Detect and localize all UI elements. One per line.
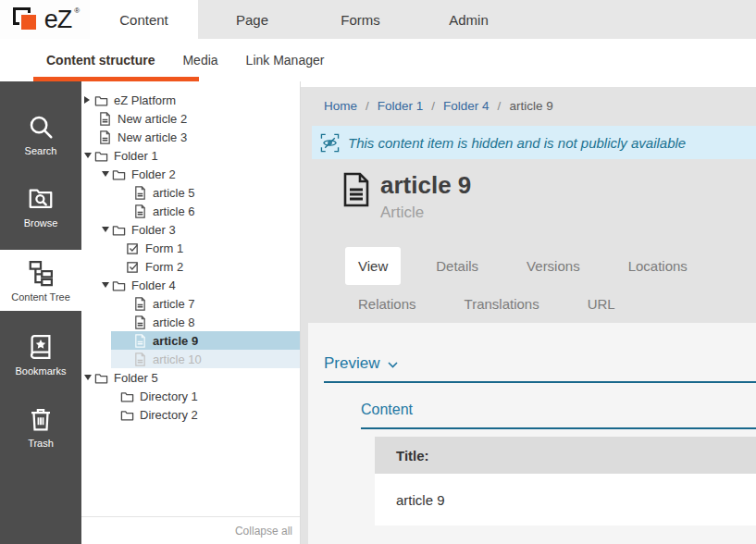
article-icon <box>98 112 112 126</box>
preview-label: Preview <box>324 354 379 373</box>
tree-item-form-1[interactable]: Form 1 <box>81 239 300 257</box>
main-content: Home / Folder 1 / Folder 4 / article 9 T… <box>301 81 756 544</box>
ez-logo-text: eZ <box>44 6 72 34</box>
sidebar-item-browse[interactable]: Browse <box>0 178 81 235</box>
trash-icon <box>27 405 55 433</box>
tree-item-ez-platform[interactable]: eZ Platform <box>81 91 300 109</box>
breadcrumb-item[interactable]: Folder 1 <box>378 99 424 113</box>
bookmarks-icon <box>27 333 55 361</box>
tree-item-new-article-3[interactable]: New article 3 <box>81 128 300 146</box>
tree-item-form-2[interactable]: Form 2 <box>81 257 300 276</box>
tree-item-article-5[interactable]: article 5 <box>81 183 300 202</box>
content-tree: eZ Platform New article 2 New article 3 … <box>81 91 300 424</box>
tab-label: Details <box>436 258 478 274</box>
field-title-value: article 9 <box>375 474 756 525</box>
tab-details[interactable]: Details <box>423 247 491 285</box>
expander-icon[interactable] <box>102 171 112 177</box>
folder-icon <box>120 389 134 403</box>
tab-relations[interactable]: Relations <box>345 285 429 323</box>
breadcrumb-item-wrap-folder-4: / Folder 4 <box>423 99 489 113</box>
sidebar-item-content-tree[interactable]: Content Tree <box>0 250 81 311</box>
registered-mark: ® <box>74 6 80 15</box>
breadcrumb-item-wrap-folder-1: / Folder 1 <box>357 99 423 113</box>
tree-item-article-10[interactable]: article 10 <box>111 350 300 368</box>
tree-item-label: Folder 3 <box>131 223 176 237</box>
top-tab-page[interactable]: Page <box>198 0 306 39</box>
tree-item-folder-5[interactable]: Folder 5 <box>81 368 300 387</box>
tree-item-folder-1[interactable]: Folder 1 <box>81 146 300 165</box>
expander-icon[interactable] <box>102 227 112 232</box>
top-tab-admin[interactable]: Admin <box>415 0 523 39</box>
tree-item-folder-2[interactable]: Folder 2 <box>81 165 300 183</box>
field-title-header: Title: <box>375 437 756 474</box>
tree-item-article-6[interactable]: article 6 <box>81 202 300 220</box>
folder-icon <box>94 149 108 163</box>
breadcrumb-separator: / <box>498 99 502 113</box>
field-value-text: article 9 <box>396 492 445 508</box>
page-title: article 9 <box>380 171 471 199</box>
tab-locations[interactable]: Locations <box>615 247 700 285</box>
tab-label: View <box>358 258 388 274</box>
breadcrumb-item-wrap-home: Home <box>324 99 357 113</box>
top-tabs: Content Page Forms Admin <box>90 0 523 39</box>
sidebar-item-search[interactable]: Search <box>0 105 81 163</box>
tab-translations[interactable]: Translations <box>452 285 552 323</box>
article-icon <box>98 130 112 144</box>
tree-item-label: Form 1 <box>145 241 183 255</box>
tab-url[interactable]: URL <box>575 285 628 323</box>
article-icon <box>133 297 147 311</box>
breadcrumb-separator: / <box>431 99 435 113</box>
sidebar-item-bookmarks[interactable]: Bookmarks <box>0 326 81 383</box>
breadcrumb-item-wrap-article-9: / article 9 <box>490 99 553 113</box>
content-tabs: View Details Versions Locations Relation… <box>301 247 736 323</box>
folder-icon <box>112 278 126 292</box>
view-panel: Preview Content Title: article 9 <box>308 323 756 544</box>
ez-logo-icon <box>11 5 43 34</box>
subnav-item-label: Link Manager <box>246 53 325 68</box>
browse-icon <box>27 185 55 213</box>
subnav-item-link-manager[interactable]: Link Manager <box>246 39 325 81</box>
top-bar: eZ ® Content Page Forms Admin <box>0 0 756 39</box>
top-tab-content[interactable]: Content <box>90 0 198 39</box>
preview-toggle[interactable]: Preview <box>324 354 756 373</box>
search-icon <box>27 113 55 141</box>
breadcrumb-item[interactable]: Home <box>324 99 357 113</box>
field-label: Title: <box>396 448 429 464</box>
breadcrumb-item[interactable]: Folder 4 <box>443 99 490 113</box>
tab-view[interactable]: View <box>345 247 401 285</box>
tree-item-directory-1[interactable]: Directory 1 <box>81 387 300 405</box>
tree-item-folder-4[interactable]: Folder 4 <box>81 276 300 294</box>
expander-icon[interactable] <box>102 282 112 288</box>
sidebar-item-label: Browse <box>24 217 58 229</box>
subnav-item-label: Media <box>182 53 217 68</box>
tree-item-label: Directory 2 <box>140 408 198 422</box>
tree-item-label: article 8 <box>153 315 195 329</box>
tree-item-article-8[interactable]: article 8 <box>81 313 300 331</box>
tab-versions[interactable]: Versions <box>514 247 593 285</box>
expander-icon[interactable] <box>84 96 94 104</box>
subnav-item-content-structure[interactable]: Content structure <box>46 39 155 81</box>
expander-icon[interactable] <box>84 375 94 380</box>
tree-item-label: New article 2 <box>118 112 187 126</box>
tree-item-directory-2[interactable]: Directory 2 <box>81 405 300 424</box>
form-icon <box>126 241 140 255</box>
top-tab-label: Forms <box>341 12 380 28</box>
content-tree-panel: eZ Platform New article 2 New article 3 … <box>81 81 301 544</box>
sidebar-item-trash[interactable]: Trash <box>0 398 81 455</box>
folder-icon <box>120 408 134 422</box>
tree-item-label: eZ Platform <box>114 93 176 107</box>
top-tab-forms[interactable]: Forms <box>306 0 415 39</box>
tree-item-new-article-2[interactable]: New article 2 <box>81 109 300 128</box>
tree-item-label: article 5 <box>153 186 195 200</box>
tree-item-article-7[interactable]: article 7 <box>81 294 300 313</box>
sidebar-item-label: Trash <box>28 438 54 449</box>
tab-label: Relations <box>358 296 416 312</box>
subnav-item-media[interactable]: Media <box>182 39 217 81</box>
tree-item-folder-3[interactable]: Folder 3 <box>81 220 300 239</box>
expander-icon[interactable] <box>84 153 94 158</box>
collapse-all-button[interactable]: Collapse all <box>235 525 292 538</box>
ez-logo[interactable]: eZ ® <box>0 0 90 39</box>
tree-item-article-9[interactable]: article 9 <box>111 331 300 350</box>
sidebar-item-label: Bookmarks <box>15 365 66 377</box>
left-sidebar: Search Browse Content Tree Bookmarks Tra… <box>0 81 81 544</box>
